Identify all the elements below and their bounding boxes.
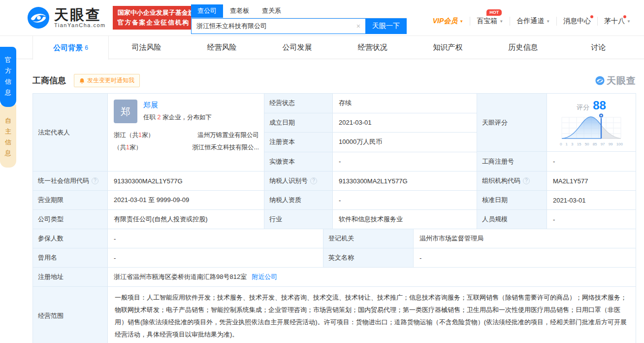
search-tab-company[interactable]: 查公司 [191, 4, 223, 18]
field-label: 工商注册号 [477, 152, 547, 171]
field-label: 参保人数 [33, 229, 108, 248]
status-column: 经营状态 存续 成立日期 2021-03-01 注册资本 10000万人民币 实… [264, 94, 477, 171]
search-tabs: 查公司 查老板 查关系 [191, 4, 407, 18]
field-value: 浙江省温州市瓯海区娄桥街道南汇路98号812室 附近公司 [108, 268, 636, 286]
field-value: 2021-03-01 至 9999-09-09 [108, 191, 264, 209]
score-column: 天眼评分 评分88 [477, 94, 636, 171]
tab-count: 6 [85, 44, 88, 51]
score-cell: 评分88 [547, 94, 636, 151]
field-value: - [108, 248, 323, 267]
company-nav-tabs: 公司背景 6 司法风险 经营风险 公司发展 经营状况 知识产权 历史信息 讨论 [0, 36, 644, 59]
field-value: - [547, 210, 636, 229]
menu-messages[interactable]: 消息中心 [556, 17, 597, 26]
top-menu: VIP会员 ▼ HOT 百宝箱 ▼ 合作通道 ▼ 消息中心 茅十八 ▼ [426, 17, 637, 26]
field-label: 经营范围 [33, 287, 108, 343]
field-value: 10000万人民币 [333, 133, 477, 152]
nearby-companies-link[interactable]: 附近公司 [252, 273, 277, 281]
field-value: - [547, 152, 636, 171]
side-tab-official-info[interactable]: 官方信息 [0, 47, 16, 107]
field-label: 注册地址 [33, 268, 108, 286]
table-row: 注册地址 浙江省温州市瓯海区娄桥街道南汇路98号812室 附近公司 [33, 268, 636, 287]
field-value: 存续 [333, 94, 477, 113]
legal-rep-name-link[interactable]: 郑展 [143, 101, 212, 110]
score-label: 天眼评分 [477, 94, 547, 151]
menu-toolbox[interactable]: HOT 百宝箱 ▼ [470, 17, 510, 26]
search-tab-boss[interactable]: 查老板 [230, 4, 249, 18]
field-value: - [414, 248, 636, 267]
table-row: 曾用名 - 英文名称 - [33, 248, 636, 268]
table-row: 法定代表人 郑 郑展 任职 2 家企业，分布如下 浙江（共1家） 温州万锦置业有… [33, 94, 636, 172]
business-info-section-header: 工商信息 发生变更时通知我 天眼查 [32, 74, 636, 87]
tab-operation-risk[interactable]: 经营风险 [184, 36, 259, 59]
field-value: 2021-03-01 [547, 191, 636, 209]
score-value: 88 [593, 99, 606, 112]
rep-distribution-row: 浙江（共1家） 温州万锦置业有限公司 [114, 129, 259, 141]
tab-discussion[interactable]: 讨论 [561, 36, 636, 59]
chevron-down-icon: ▼ [546, 19, 550, 24]
search-tab-relation[interactable]: 查关系 [262, 4, 281, 18]
field-label: 纳税人识别号? [264, 172, 333, 190]
menu-user[interactable]: 茅十八 ▼ [597, 17, 637, 26]
notification-dot [590, 15, 593, 18]
notify-on-change-button[interactable]: 发生变更时通知我 [74, 74, 140, 87]
score-axis-ticks: 01 315 5085 9799 100 [560, 142, 623, 146]
search-module: 查公司 查老板 查关系 × 天眼一下 [191, 4, 407, 34]
legal-rep-label: 法定代表人 [33, 94, 108, 171]
watermark-logo-icon [595, 76, 605, 85]
help-icon[interactable]: ? [523, 177, 530, 184]
field-label: 统一社会信用代码? [33, 172, 108, 190]
help-icon[interactable]: ? [310, 177, 317, 184]
table-row: 统一社会信用代码? 91330300MA2L1Y577G 纳税人识别号? 913… [33, 172, 636, 191]
tab-judicial-risk[interactable]: 司法风险 [109, 36, 184, 59]
tab-intellectual-property[interactable]: 知识产权 [410, 36, 485, 59]
bell-icon [79, 78, 85, 84]
gov-badge-line1: 国家中小企业发展子基金旗下 [118, 8, 201, 18]
rep-company-name[interactable]: 温州万锦置业有限公司 [197, 129, 259, 141]
rep-company-name[interactable]: 浙江恒禾立科技有限公... [193, 141, 259, 154]
menu-cooperation[interactable]: 合作通道 ▼ [510, 17, 556, 26]
search-input[interactable] [191, 18, 365, 34]
field-value: 软件和信息技术服务业 [333, 210, 477, 229]
gov-badge-line2: 官方备案企业征信机构 [118, 18, 201, 28]
field-value: 有限责任公司(自然人投资或控股) [108, 210, 264, 229]
table-row: 营业期限 2021-03-01 至 9999-09-09 纳税人资质 - 核准日… [33, 191, 636, 210]
field-value: MA2L1Y577 [547, 172, 636, 190]
field-label: 经营状态 [264, 94, 333, 113]
chevron-down-icon: ▼ [499, 19, 503, 24]
tab-company-development[interactable]: 公司发展 [259, 36, 335, 59]
score-caption: 评分 [577, 103, 589, 111]
field-label: 核准日期 [477, 191, 547, 209]
score-curve-chart [560, 112, 623, 140]
tianyancha-logo[interactable]: 天眼查 TianYanCha.com [27, 6, 106, 29]
hot-badge: HOT [486, 9, 502, 16]
side-tab-self-info[interactable]: 自主信息 [0, 104, 16, 168]
legal-rep-cell: 郑 郑展 任职 2 家企业，分布如下 浙江（共1家） 温州万锦置业有限公司 （共… [108, 94, 264, 171]
menu-vip[interactable]: VIP会员 ▼ [426, 17, 470, 26]
field-label: 营业期限 [33, 191, 108, 209]
clear-input-icon[interactable]: × [356, 22, 360, 30]
field-label: 曾用名 [33, 248, 108, 267]
business-info-table: 法定代表人 郑 郑展 任职 2 家企业，分布如下 浙江（共1家） 温州万锦置业有… [32, 93, 636, 343]
table-row: 经营范围 一般项目：人工智能应用软件开发；技术服务、技术开发、技术咨询、技术交流… [33, 287, 636, 343]
avatar[interactable]: 郑 [114, 100, 137, 123]
chevron-down-icon: ▼ [459, 19, 463, 24]
tianyancha-logo-icon [27, 6, 50, 29]
table-row: 参保人数 - 登记机关 温州市市场监督管理局 [33, 229, 636, 248]
search-button[interactable]: 天眼一下 [365, 18, 407, 34]
tab-company-background[interactable]: 公司背景 6 [32, 36, 109, 60]
field-label: 英文名称 [323, 248, 414, 267]
legal-rep-tenure: 任职 2 家企业，分布如下 [143, 113, 212, 122]
section-title: 工商信息 [32, 75, 66, 86]
field-label: 成立日期 [264, 113, 333, 133]
logo-title: 天眼查 [54, 7, 106, 22]
field-label: 公司类型 [33, 210, 108, 229]
top-header: 天眼查 TianYanCha.com 国家中小企业发展子基金旗下 官方备案企业征… [0, 0, 644, 36]
field-value: 91330300MA2L1Y577G [333, 172, 477, 190]
business-scope-text: 一般项目：人工智能应用软件开发；技术服务、技术开发、技术咨询、技术交流、技术转让… [108, 287, 636, 343]
help-icon[interactable]: ? [92, 177, 98, 184]
logo-domain: TianYanCha.com [54, 22, 106, 28]
tab-history-info[interactable]: 历史信息 [485, 36, 561, 59]
tab-operation-status[interactable]: 经营状况 [335, 36, 410, 59]
notification-dot [623, 15, 626, 18]
field-label: 登记机关 [323, 229, 414, 248]
